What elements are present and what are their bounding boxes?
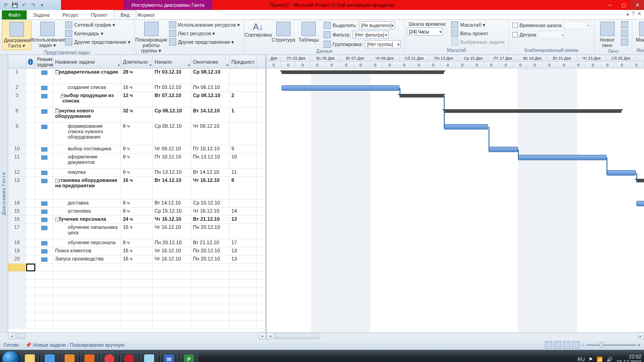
table-row[interactable]: 12 покупка 8 ч Пн 13.12.10 Вт 14.12.10 1…: [8, 169, 265, 177]
view-gantt-icon[interactable]: [545, 341, 552, 348]
taskbar-word[interactable]: W: [160, 352, 178, 362]
close-icon[interactable]: ✕: [630, 0, 644, 10]
outline-button[interactable]: Структура: [271, 21, 296, 43]
taskbar-chrome[interactable]: [100, 352, 118, 362]
contextual-tab[interactable]: Инструменты диаграммы Ганта: [123, 0, 212, 10]
zoom-button[interactable]: Масштаб ▾: [449, 21, 506, 29]
team-planner-button[interactable]: Планировщик работы группы ▾: [136, 21, 166, 55]
scroll-thumb[interactable]: [275, 333, 320, 339]
arrange-button[interactable]: [619, 29, 630, 37]
col-duration[interactable]: Длительно▾: [121, 55, 153, 68]
task-bar[interactable]: [282, 85, 400, 91]
gantt-timescale[interactable]: ДекПт 03 ДекВс 05 ДекВт 07 ДекЧт 09 ДекС…: [267, 55, 644, 69]
doc-close-icon[interactable]: ✕: [637, 11, 641, 17]
filter-select[interactable]: [Нет фильтра]: [353, 31, 389, 39]
task-bar[interactable]: [636, 201, 644, 206]
network-diagram-button[interactable]: Сетевой график ▾: [63, 21, 132, 29]
view-bar[interactable]: Диаграмма Ганта: [0, 55, 8, 332]
scroll-right-icon[interactable]: ▸: [637, 333, 644, 339]
scroll-left-icon[interactable]: ◂: [267, 333, 274, 339]
table-row[interactable]: 13 -установка оборудования на предприяти…: [8, 177, 265, 200]
details-select[interactable]: [538, 31, 565, 39]
view-team-icon[interactable]: [563, 341, 570, 348]
table-scrollbar[interactable]: ◂ ▸: [0, 333, 267, 340]
tray-lang[interactable]: RU: [578, 357, 585, 362]
task-bar[interactable]: [606, 170, 636, 176]
tab-task[interactable]: Задача: [27, 10, 56, 19]
task-usage-button[interactable]: Использование задач ▾: [33, 21, 62, 49]
sort-button[interactable]: A↓Сортировка: [246, 21, 270, 38]
gantt-body[interactable]: [267, 69, 644, 332]
taskbar-project[interactable]: P: [180, 352, 198, 362]
start-button[interactable]: [2, 351, 19, 362]
taskbar-opera[interactable]: [120, 352, 138, 362]
timeline-check[interactable]: Временная шкала: [511, 21, 592, 30]
switch-windows-button[interactable]: [619, 21, 630, 29]
scroll-thumb[interactable]: [16, 333, 25, 339]
table-row[interactable]: 11 оформление документов 8 ч Пт 10.12.10…: [8, 153, 265, 169]
zoom-in-icon[interactable]: +: [638, 342, 640, 348]
tray-flag-icon[interactable]: ⚑: [588, 357, 593, 362]
other-views-button[interactable]: Другие представления ▾: [63, 38, 132, 46]
table-body[interactable]: 1 -Предварительная стадия 28 ч Пт 03.12.…: [8, 69, 265, 332]
tray-volume-icon[interactable]: 🔊: [606, 357, 613, 362]
table-row[interactable]: 10 выбор поставщика 8 ч Чт 09.12.10 Пт 1…: [8, 145, 265, 153]
table-row[interactable]: 20 Запуск производства 16 ч Чт 16.12.10 …: [8, 255, 265, 264]
undo-icon[interactable]: ↶: [20, 1, 28, 9]
gantt-chart-button[interactable]: Диаграмма Ганта ▾: [2, 21, 32, 50]
selected-tasks-button[interactable]: Выбранные задачи: [449, 38, 506, 46]
table-row[interactable]: 18 обучение персонала 8 ч Пн 20.12.10 Вт…: [8, 239, 265, 247]
col-task-mode[interactable]: Режим задачи▾: [35, 55, 53, 68]
tab-project[interactable]: Проект: [85, 10, 113, 19]
task-bar[interactable]: [518, 155, 606, 160]
maximize-icon[interactable]: ▢: [617, 0, 630, 10]
zoom-thumb[interactable]: [600, 342, 603, 348]
taskbar-ie[interactable]: [41, 352, 59, 362]
table-row[interactable]: 16 -обучение персонала 24 ч Чт 16.12.10 …: [8, 216, 265, 224]
table-row[interactable]: 14 доставка 8 ч Вт 14.12.10 Ср 15.12.10: [8, 200, 265, 208]
summary-bar[interactable]: [444, 109, 621, 113]
table-row[interactable]: 8 -Покупка нового оборудования 32 ч Ср 0…: [8, 107, 265, 123]
taskbar-firefox[interactable]: [80, 352, 99, 362]
table-row[interactable]: 17 обучение начальника цеха 16 ч Чт 16.1…: [8, 224, 265, 239]
tab-resource[interactable]: Ресурс: [56, 10, 85, 19]
table-row[interactable]: 3 +выбор продукции из списка 12 ч Вт 07.…: [8, 92, 265, 107]
task-bar[interactable]: [444, 124, 488, 130]
tray-network-icon[interactable]: 📶: [597, 357, 603, 362]
table-row[interactable]: 19 Поиск клиентов 16 ч Чт 16.12.10 Пн 20…: [8, 247, 265, 255]
tray-clock[interactable]: 22:02 23.12.2010: [616, 354, 641, 362]
minimize-ribbon-icon[interactable]: ▴: [626, 11, 629, 17]
tables-button[interactable]: Таблицы: [296, 21, 321, 43]
col-start[interactable]: Начало▾: [153, 55, 191, 68]
tab-format[interactable]: Формат: [131, 10, 161, 19]
table-row[interactable]: 1 -Предварительная стадия 28 ч Пт 03.12.…: [8, 69, 265, 84]
col-task-name[interactable]: Название задачи▾: [53, 55, 121, 68]
save-icon[interactable]: 💾: [11, 1, 19, 9]
taskbar-paint[interactable]: [140, 352, 158, 362]
summary-bar[interactable]: [400, 94, 444, 97]
other-resource-views-button[interactable]: Другие представления ▾: [167, 38, 242, 46]
table-row[interactable]: 2 создание списка 16 ч Пт 03.12.10 Пн 06…: [8, 84, 265, 92]
table-row[interactable]: 9 формирование списка нужного оборудован…: [8, 123, 265, 145]
minimize-icon[interactable]: ─: [603, 0, 617, 10]
status-mode[interactable]: 📌 Новые задачи : Планирование вручную: [25, 342, 125, 348]
macros-button[interactable]: Макросы: [634, 21, 644, 43]
task-bar[interactable]: [489, 147, 518, 152]
hide-button[interactable]: [619, 38, 630, 46]
system-tray[interactable]: RU ⚑ 📶 🔊 22:02 23.12.2010: [578, 354, 641, 362]
entire-project-button[interactable]: Весь проект: [449, 29, 506, 37]
timescale-select[interactable]: [24] Часы: [407, 28, 443, 36]
resource-sheet-button[interactable]: Лист ресурсов ▾: [167, 29, 242, 37]
calendar-button[interactable]: Календарь ▾: [63, 29, 132, 37]
taskbar-explorer[interactable]: [21, 352, 39, 362]
gantt-scrollbar[interactable]: ◂ ▸: [267, 333, 644, 340]
project-icon[interactable]: P: [2, 1, 10, 9]
table-row-selected[interactable]: [8, 264, 265, 272]
group-select[interactable]: [Нет группы]: [365, 40, 401, 48]
col-row-number[interactable]: [8, 55, 26, 68]
zoom-slider[interactable]: [586, 344, 636, 346]
help-icon[interactable]: ?: [632, 11, 635, 17]
highlight-select[interactable]: [Не выделено]: [359, 21, 395, 29]
new-window-button[interactable]: Новое окно: [597, 21, 618, 49]
col-predecessors[interactable]: Предшест: [230, 55, 257, 68]
